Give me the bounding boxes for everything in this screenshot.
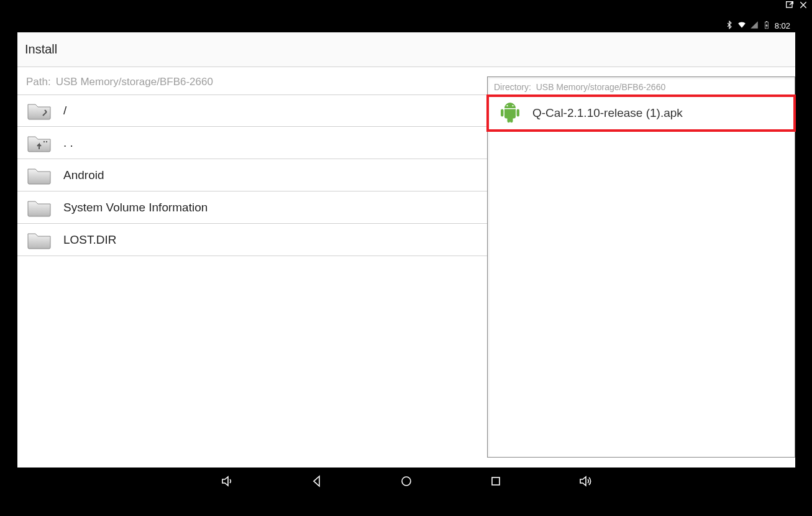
close-icon[interactable] [798,0,808,12]
dir-label: System Volume Information [63,201,208,214]
window-controls [785,0,808,12]
svg-rect-0 [787,2,792,7]
bluetooth-icon [725,21,734,31]
file-pane-dir-line: Directory: USB Memory/storage/BFB6-2660 [488,77,795,96]
path-label: Path: [26,76,51,88]
volume-down-icon[interactable] [220,474,235,491]
volume-up-icon[interactable] [578,474,593,491]
file-row-apk[interactable]: Q-Cal-2.1.10-release (1).apk [486,94,796,132]
file-pane-dir-label: Directory: [494,82,531,92]
dir-label: LOST.DIR [63,233,117,247]
file-pane-dir-value: USB Memory/storage/BFB6-2660 [536,82,666,92]
file-name: Q-Cal-2.1.10-release (1).apk [532,106,683,120]
folder-icon [26,164,52,187]
folder-icon [26,196,52,219]
device-frame: 8:02 Install Path:USB Memory/storage/BFB… [11,12,801,504]
dir-label: Android [63,168,104,182]
svg-point-3 [43,141,45,142]
app-title: Install [25,42,57,57]
back-icon[interactable] [309,474,324,491]
svg-point-5 [402,477,411,486]
status-bar: 8:02 [17,19,795,32]
svg-point-4 [46,141,47,142]
battery-charging-icon [762,21,771,31]
file-pane: Directory: USB Memory/storage/BFB6-2660 … [487,76,795,458]
recent-apps-icon[interactable] [488,474,503,491]
path-value: USB Memory/storage/BFB6-2660 [56,76,213,88]
home-icon[interactable] [399,474,414,491]
external-icon[interactable] [785,0,795,12]
signal-icon [750,21,759,31]
status-time: 8:02 [775,21,790,30]
screen: 8:02 Install Path:USB Memory/storage/BFB… [17,19,795,497]
android-nav-bar [17,468,795,497]
folder-up-root-icon [26,99,52,122]
android-apk-icon [499,101,521,126]
viewport: 8:02 Install Path:USB Memory/storage/BFB… [0,0,812,516]
wifi-icon [737,21,746,31]
dir-label: / [63,104,66,117]
svg-rect-2 [766,21,767,22]
svg-rect-6 [492,477,500,485]
folder-icon [26,229,52,251]
dir-label: . . [63,136,73,150]
content-area: Path:USB Memory/storage/BFB6-2660 / [17,67,795,468]
folder-up-parent-icon [26,132,52,154]
app-title-bar: Install [17,32,795,67]
